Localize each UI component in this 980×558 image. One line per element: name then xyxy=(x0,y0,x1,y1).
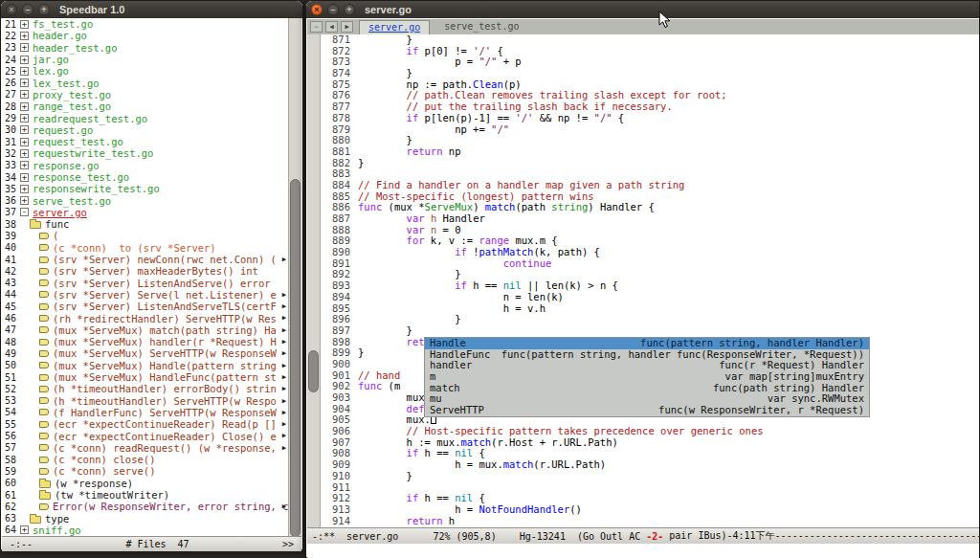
speedbar-item-label[interactable]: (h *timeoutHandler) ServeHTTP(w Respo xyxy=(53,395,277,407)
speedbar-item-label[interactable]: (c *conn) serve() xyxy=(53,465,155,477)
editor-scrollbar[interactable] xyxy=(307,34,321,527)
code-line[interactable]: 909 h = mux.match(r.URL.Path) xyxy=(325,459,979,471)
hide-tabbar-button[interactable]: — xyxy=(310,21,323,33)
speedbar-scrollbar[interactable] xyxy=(288,18,301,536)
expand-icon[interactable]: + xyxy=(20,125,29,134)
next-tab-button[interactable]: ▶ xyxy=(341,21,353,33)
speedbar-row[interactable]: 59(c *conn) serve() xyxy=(2,465,301,477)
speedbar-item-label[interactable]: (c *conn) to (srv *Server) xyxy=(53,242,216,254)
speedbar-item-label[interactable]: header.go xyxy=(33,30,87,41)
scrollbar-thumb[interactable] xyxy=(308,350,319,392)
speedbar-row[interactable]: 58(c *conn) close() xyxy=(2,454,301,465)
speedbar-item-label[interactable]: Error(w ResponseWriter, error string, c xyxy=(53,501,289,512)
code-line[interactable]: 873 p = "/" + p xyxy=(325,56,979,68)
code-line[interactable]: 881 return np xyxy=(325,146,979,158)
speedbar-row[interactable]: 22+header.go xyxy=(2,30,301,41)
speedbar-item-label[interactable]: proxy_test.go xyxy=(33,89,111,100)
speedbar-item-label[interactable]: (srv *Server) newConn(rwc net.Conn) ( xyxy=(53,254,277,265)
speedbar-item-label[interactable]: requestwrite_test.go xyxy=(33,147,153,159)
speedbar-item-label[interactable]: ( xyxy=(53,230,58,241)
speedbar-item-label[interactable]: (mux *ServeMux) handler(r *Request) H xyxy=(53,336,277,347)
completion-item[interactable]: ServeHTTPfunc(w ResponseWriter, r *Reque… xyxy=(425,405,869,416)
speedbar-item-label[interactable]: (c *conn) close() xyxy=(53,454,155,465)
speedbar-row[interactable]: 39( xyxy=(2,230,301,241)
speedbar-row[interactable]: 53(h *timeoutHandler) ServeHTTP(w Respo▶ xyxy=(2,395,301,407)
expand-icon[interactable]: + xyxy=(20,114,29,123)
expand-icon[interactable]: + xyxy=(20,43,29,52)
speedbar-item-label[interactable]: request_test.go xyxy=(33,136,123,147)
speedbar-row[interactable]: 29+readrequest_test.go xyxy=(2,112,301,123)
speedbar-row[interactable]: 50(mux *ServeMux) Handle(pattern string▶ xyxy=(2,360,301,371)
speedbar-row[interactable]: 36+serve_test.go xyxy=(2,194,301,206)
minimize-button[interactable]: – xyxy=(327,4,339,15)
expand-icon[interactable]: + xyxy=(20,138,29,146)
speedbar-row[interactable]: 60(w *response) xyxy=(2,478,301,489)
speedbar-row[interactable]: 48(mux *ServeMux) handler(r *Request) H▶ xyxy=(2,336,301,347)
speedbar-item-label[interactable]: (rh *redirectHandler) ServeHTTP(w Res xyxy=(53,313,277,324)
speedbar-row[interactable]: 28+range_test.go xyxy=(2,100,301,112)
speedbar-item-label[interactable]: (srv *Server) maxHeaderBytes() int xyxy=(53,265,258,277)
speedbar-item-label[interactable]: (mux *ServeMux) Handle(pattern string xyxy=(53,360,277,371)
expand-icon[interactable]: + xyxy=(20,56,29,64)
editor-titlebar[interactable]: × – + server.go xyxy=(306,1,979,18)
speedbar-item-label[interactable]: fs_test.go xyxy=(33,18,93,30)
speedbar-row[interactable]: 35+responsewrite_test.go xyxy=(2,183,301,194)
speedbar-item-label[interactable]: sniff.go xyxy=(33,525,81,536)
speedbar-row[interactable]: 37-server.go xyxy=(2,207,301,218)
collapse-icon[interactable]: - xyxy=(20,208,29,216)
completion-item[interactable]: mvar map[string]muxEntry xyxy=(425,371,869,383)
speedbar-item-label[interactable]: (srv *Server) ListenAndServeTLS(certF xyxy=(53,301,277,312)
speedbar-titlebar[interactable]: × – + Speedbar 1.0 xyxy=(1,1,302,18)
echo-area[interactable] xyxy=(307,544,979,558)
speedbar-item-label[interactable]: (srv *Server) ListenAndServe() error xyxy=(53,278,271,289)
speedbar-row[interactable]: 55(ecr *expectContinueReader) Read(p []▶ xyxy=(2,418,301,430)
speedbar-row[interactable]: 56(ecr *expectContinueReader) Close() e▶ xyxy=(2,430,301,441)
speedbar-row[interactable]: 33+response.go xyxy=(2,160,301,171)
speedbar-row[interactable]: 27+proxy_test.go xyxy=(2,89,301,100)
editor-buffer[interactable]: 871 }872 if p[0] != '/' {873 p = "/" + p… xyxy=(307,34,979,527)
speedbar-row[interactable]: 62Error(w ResponseWriter, error string, … xyxy=(2,501,301,512)
close-button[interactable]: × xyxy=(6,4,17,15)
speedbar-item-label[interactable]: response.go xyxy=(33,160,100,171)
speedbar-row[interactable]: 31+request_test.go xyxy=(2,136,301,147)
code-line[interactable]: 882} xyxy=(325,158,979,169)
speedbar-row[interactable]: 64+sniff.go xyxy=(2,525,301,536)
expand-icon[interactable]: + xyxy=(20,78,29,87)
expand-icon[interactable]: + xyxy=(20,90,29,99)
speedbar-item-label[interactable]: request.go xyxy=(33,124,93,136)
tab-server-go[interactable]: server.go xyxy=(359,20,430,34)
speedbar-item-label[interactable]: (h *timeoutHandler) errorBody() strin xyxy=(53,383,277,394)
expand-icon[interactable]: + xyxy=(20,67,29,76)
speedbar-item-label[interactable]: range_test.go xyxy=(33,100,111,112)
speedbar-item-label[interactable]: (srv *Server) Serve(l net.Listener) e xyxy=(53,289,277,301)
speedbar-row[interactable]: 44(srv *Server) Serve(l net.Listener) e▶ xyxy=(2,289,301,301)
speedbar-item-label[interactable]: func xyxy=(45,218,69,230)
speedbar-item-label[interactable]: (f HandlerFunc) ServeHTTP(w ResponseW xyxy=(53,407,277,418)
speedbar-row[interactable]: 51(mux *ServeMux) HandleFunc(pattern st▶ xyxy=(2,371,301,383)
speedbar-row[interactable]: 38func xyxy=(2,218,301,230)
speedbar-item-label[interactable]: (c *conn) readRequest() (w *response, xyxy=(53,442,277,454)
speedbar-item-label[interactable]: jar.go xyxy=(33,54,69,65)
expand-icon[interactable]: + xyxy=(20,161,29,169)
speedbar-row[interactable]: 45(srv *Server) ListenAndServeTLS(certF▶ xyxy=(2,301,301,312)
modeline-right[interactable]: >> xyxy=(282,539,294,549)
speedbar-row[interactable]: 34+response_test.go xyxy=(2,171,301,183)
speedbar-item-label[interactable]: header_test.go xyxy=(33,42,118,54)
speedbar-item-label[interactable]: (tw *timeoutWriter) xyxy=(55,489,169,501)
expand-icon[interactable]: + xyxy=(20,20,29,29)
maximize-button[interactable]: + xyxy=(38,4,50,15)
speedbar-row[interactable]: 26+lex_test.go xyxy=(2,77,301,88)
speedbar-item-label[interactable]: lex.go xyxy=(33,65,69,77)
expand-icon[interactable]: + xyxy=(20,185,29,193)
maximize-button[interactable]: + xyxy=(344,4,355,15)
scrollbar-thumb[interactable] xyxy=(290,179,301,537)
speedbar-row[interactable]: 25+lex.go xyxy=(2,65,301,77)
expand-icon[interactable]: + xyxy=(20,525,29,534)
speedbar-row[interactable]: 54(f HandlerFunc) ServeHTTP(w ResponseW▶ xyxy=(2,407,301,418)
code-line[interactable]: 879 np += "/" xyxy=(325,124,979,136)
expand-icon[interactable]: + xyxy=(20,102,29,111)
speedbar-row[interactable]: 30+request.go xyxy=(2,124,301,136)
speedbar-row[interactable]: 57(c *conn) readRequest() (w *response,▶ xyxy=(2,442,301,454)
speedbar-item-label[interactable]: (mux *ServeMux) HandleFunc(pattern st xyxy=(53,371,277,383)
code-line[interactable]: 910 } xyxy=(325,471,979,482)
